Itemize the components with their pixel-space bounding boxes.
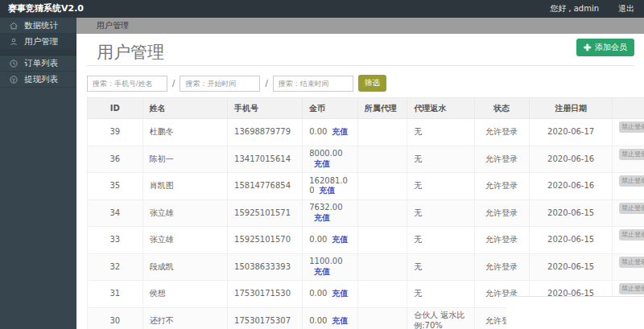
breadcrumb-bar: 用户管理 bbox=[76, 18, 644, 34]
sidebar-item-stats[interactable]: 数据统计 bbox=[0, 18, 76, 34]
sidebar-item-label: 数据统计 bbox=[24, 20, 58, 31]
user-phone: 15038633393 bbox=[228, 253, 303, 281]
filter-button[interactable]: 筛选 bbox=[358, 75, 386, 92]
column-header: 手机号 bbox=[228, 98, 303, 119]
table-row: 36陈初一134170156148000.00充值无允许登录2020-06-16… bbox=[88, 146, 644, 173]
user-phone: 17530171530 bbox=[228, 281, 303, 308]
user-icon bbox=[9, 37, 19, 47]
sidebar-item-label: 提现列表 bbox=[24, 74, 58, 85]
column-header: 代理返水 bbox=[407, 98, 474, 119]
clock-icon bbox=[9, 59, 19, 68]
action-forbid-login-button[interactable]: 禁止登录 bbox=[619, 283, 644, 294]
recharge-link[interactable]: 充值 bbox=[314, 159, 330, 168]
column-header: ID bbox=[88, 98, 143, 119]
coins-cell: 1100.00充值 bbox=[303, 253, 358, 281]
coins-value: 0.00 bbox=[309, 316, 327, 325]
coins-cell: 0.00充值 bbox=[303, 281, 358, 308]
separator: / bbox=[265, 79, 267, 88]
action-forbid-login-button[interactable]: 禁止登录 bbox=[619, 203, 644, 214]
table-row: 32段成凯150386333931100.00充值无允许登录2020-06-15… bbox=[88, 253, 644, 281]
column-header: 金币 bbox=[303, 98, 358, 119]
recharge-link[interactable]: 充值 bbox=[314, 267, 330, 276]
sidebar-item-withdrawals[interactable]: 提现列表 bbox=[0, 72, 76, 88]
overlay-panel bbox=[506, 296, 644, 329]
agent-cell bbox=[357, 199, 407, 227]
row-id: 31 bbox=[88, 281, 143, 308]
search-start-time-input[interactable] bbox=[180, 76, 260, 92]
column-header: 注册日期 bbox=[530, 98, 613, 119]
search-phone-name-input[interactable] bbox=[87, 76, 167, 92]
recharge-link[interactable]: 充值 bbox=[332, 316, 348, 325]
action-forbid-login-button[interactable]: 禁止登录 bbox=[619, 175, 644, 187]
recharge-link[interactable]: 充值 bbox=[332, 235, 348, 244]
rebate-cell: 合伙人 返水比例:70% bbox=[407, 307, 474, 329]
rebate-cell: 无 bbox=[407, 281, 474, 308]
agent-cell bbox=[357, 146, 407, 173]
register-date: 2020-06-15 bbox=[530, 253, 613, 281]
row-id: 33 bbox=[88, 227, 143, 254]
table-row: 33张立雄159251015700.00充值无允许登录2020-06-15禁止登… bbox=[88, 227, 644, 254]
sidebar-group-divider bbox=[0, 50, 76, 56]
main-content: 用户管理 ✚ 添加会员 / / 筛选 ID姓名手机号金币所属代理代理返水状态注册… bbox=[76, 34, 644, 329]
search-end-time-input[interactable] bbox=[273, 76, 353, 92]
app-title: 赛事竞猜系统V2.0 bbox=[8, 0, 84, 18]
coins-value: 8000.00 bbox=[309, 149, 342, 158]
user-table-container: ID姓名手机号金币所属代理代理返水状态注册日期操作 39杜鹏冬136988797… bbox=[87, 97, 644, 329]
register-date: 2020-06-17 bbox=[530, 119, 613, 146]
user-phone: 15925101570 bbox=[228, 227, 303, 254]
sidebar-item-label: 订单列表 bbox=[24, 58, 58, 69]
actions-cell: 禁止登录查看流水修改密码编辑删除站内消息发送 bbox=[613, 227, 644, 254]
page-title: 用户管理 bbox=[97, 41, 164, 64]
action-forbid-login-button[interactable]: 禁止登录 bbox=[619, 257, 644, 268]
top-header: 赛事竞猜系统V2.0 您好 , admin 退出 bbox=[0, 0, 644, 18]
agent-cell bbox=[357, 307, 407, 329]
column-header: 状态 bbox=[474, 98, 530, 119]
title-divider bbox=[87, 65, 634, 66]
actions-cell: 禁止登录查看流水修改密码编辑删除站内消息发送 bbox=[613, 173, 644, 200]
coins-value: 7632.00 bbox=[309, 203, 342, 212]
sidebar-item-users[interactable]: 用户管理 bbox=[0, 34, 76, 50]
actions-cell: 禁止登录查看流水修改密码编辑删除站内消息发送 bbox=[613, 146, 644, 173]
status-text: 允许登录 bbox=[474, 146, 530, 173]
user-name: 陈初一 bbox=[142, 146, 227, 173]
agent-cell bbox=[357, 227, 407, 254]
row-id: 39 bbox=[88, 119, 143, 146]
actions-cell: 禁止登录查看流水修改密码编辑删除站内消息发送 bbox=[613, 119, 644, 146]
actions-cell: 禁止登录查看流水修改密码编辑删除站内消息发送 bbox=[613, 199, 644, 227]
user-phone: 15925101571 bbox=[228, 199, 303, 227]
register-date: 2020-06-15 bbox=[530, 227, 613, 254]
sidebar-item-orders[interactable]: 订单列表 bbox=[0, 56, 76, 72]
action-forbid-login-button[interactable]: 禁止登录 bbox=[619, 229, 644, 241]
user-name: 肖凯图 bbox=[142, 173, 227, 200]
action-forbid-login-button[interactable]: 禁止登录 bbox=[619, 121, 644, 133]
row-id: 35 bbox=[88, 173, 143, 200]
coins-value: 0.00 bbox=[309, 289, 327, 298]
user-table: ID姓名手机号金币所属代理代理返水状态注册日期操作 39杜鹏冬136988797… bbox=[87, 97, 644, 329]
add-member-button[interactable]: ✚ 添加会员 bbox=[576, 39, 634, 56]
rebate-cell: 无 bbox=[407, 253, 474, 281]
coins-cell: 8000.00充值 bbox=[303, 146, 358, 173]
user-name: 杜鹏冬 bbox=[142, 119, 227, 146]
user-name: 段成凯 bbox=[142, 253, 227, 281]
separator: / bbox=[172, 79, 175, 88]
row-id: 30 bbox=[88, 307, 143, 329]
agent-cell bbox=[357, 253, 407, 281]
actions-cell: 禁止登录查看流水修改密码编辑删除站内消息发送 bbox=[613, 253, 644, 281]
register-date: 2020-06-16 bbox=[530, 146, 613, 173]
recharge-link[interactable]: 充值 bbox=[332, 127, 348, 136]
user-phone: 17530175307 bbox=[228, 307, 303, 329]
table-row: 34张立雄159251015717632.00充值无允许登录2020-06-15… bbox=[88, 199, 644, 227]
column-header: 操作 bbox=[613, 98, 644, 119]
coins-cell: 162081.00充值 bbox=[303, 173, 358, 200]
user-name: 侯想 bbox=[142, 281, 227, 308]
logout-link[interactable]: 退出 bbox=[618, 3, 634, 14]
search-toolbar: / / 筛选 bbox=[87, 75, 386, 92]
recharge-link[interactable]: 充值 bbox=[320, 186, 336, 195]
action-forbid-login-button[interactable]: 禁止登录 bbox=[619, 149, 644, 160]
user-name: 张立雄 bbox=[142, 199, 227, 227]
recharge-link[interactable]: 充值 bbox=[314, 213, 330, 222]
coins-cell: 7632.00充值 bbox=[303, 199, 358, 227]
table-header-row: ID姓名手机号金币所属代理代理返水状态注册日期操作 bbox=[88, 98, 644, 119]
rebate-cell: 无 bbox=[407, 173, 474, 200]
recharge-link[interactable]: 充值 bbox=[332, 289, 348, 298]
